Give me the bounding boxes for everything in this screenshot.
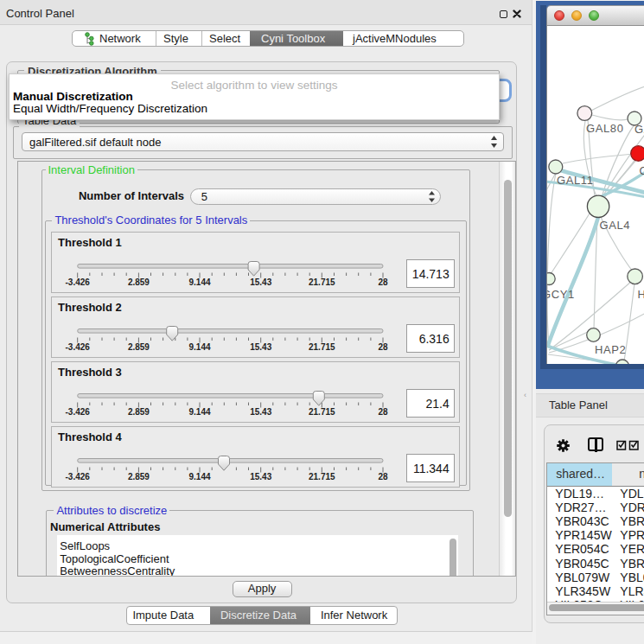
- svg-text:C: C: [639, 164, 644, 177]
- svg-text:GAL80: GAL80: [586, 121, 623, 134]
- svg-text:H: H: [637, 288, 644, 301]
- svg-text:HAP2: HAP2: [595, 343, 626, 356]
- svg-text:GAL11: GAL11: [557, 173, 594, 186]
- svg-text:GCY1: GCY1: [547, 288, 575, 301]
- svg-text:GA: GA: [634, 122, 644, 135]
- svg-text:GAL4: GAL4: [599, 218, 630, 231]
